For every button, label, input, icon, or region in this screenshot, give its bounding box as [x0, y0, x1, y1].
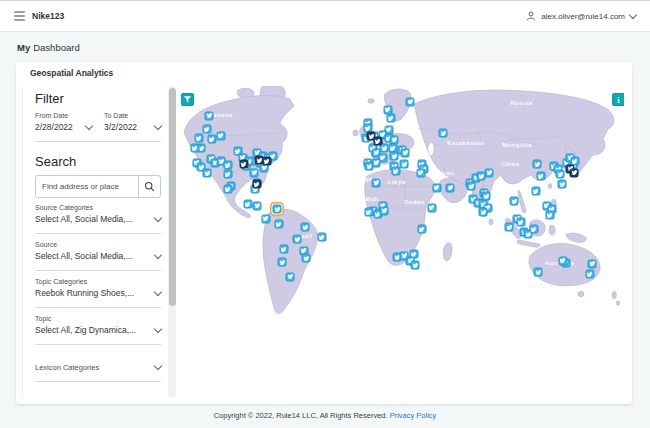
brand-name: Nike123 [32, 11, 64, 21]
map-marker[interactable] [372, 158, 381, 167]
map-marker[interactable] [558, 180, 567, 189]
map-marker[interactable] [406, 97, 415, 106]
map-marker[interactable] [482, 192, 491, 201]
twitter-bird-icon [506, 224, 512, 230]
map-filter-button[interactable] [181, 93, 194, 106]
page-title: Geospatial Analytics [30, 68, 113, 78]
map-marker[interactable] [536, 172, 545, 181]
map-info-button[interactable]: i [612, 93, 624, 106]
map-marker[interactable] [400, 251, 409, 260]
map-marker[interactable] [250, 168, 259, 177]
footer: Copyright © 2022, Rule14 LLC, All Rights… [0, 411, 650, 420]
map-marker[interactable] [202, 125, 211, 134]
geospatial-map[interactable]: CanadaRussiaKazakhstanMongoliaChinaIranL… [178, 86, 624, 396]
map-marker[interactable] [274, 220, 283, 229]
panel-scrollbar-thumb[interactable] [169, 88, 176, 306]
map-marker[interactable] [252, 180, 261, 189]
user-menu[interactable]: alex.oliver@rule14.com [526, 11, 636, 21]
map-marker[interactable] [293, 235, 302, 244]
map-marker[interactable] [243, 200, 252, 209]
map-marker[interactable] [427, 203, 436, 212]
twitter-bird-icon [204, 170, 210, 176]
map-marker[interactable] [588, 259, 597, 268]
map-marker[interactable] [223, 161, 232, 170]
map-marker[interactable] [239, 160, 248, 169]
map-marker[interactable] [216, 131, 225, 140]
map-marker[interactable] [479, 208, 488, 217]
map-marker[interactable] [205, 111, 214, 120]
map-marker[interactable] [545, 211, 554, 220]
map-marker[interactable] [556, 170, 565, 179]
lexicon-categories-label: Lexicon Categories [35, 363, 99, 372]
twitter-bird-icon [209, 136, 215, 142]
map-marker[interactable] [262, 157, 271, 166]
map-marker[interactable] [301, 223, 310, 232]
source-categories-dropdown[interactable]: Source Categories Select All, Social Med… [35, 202, 161, 234]
topic-categories-label: Topic Categories [35, 278, 161, 285]
twitter-bird-icon [264, 158, 270, 164]
to-date-label: To Date [104, 112, 161, 119]
map-marker[interactable] [411, 261, 420, 270]
map-marker[interactable] [446, 183, 455, 192]
map-marker[interactable] [390, 152, 399, 161]
map-marker[interactable] [203, 169, 212, 178]
source-dropdown[interactable]: Source Select All, Social Media,... [35, 234, 161, 271]
map-marker[interactable] [278, 258, 287, 267]
world-map [178, 86, 624, 396]
map-marker[interactable] [432, 183, 441, 192]
map-marker[interactable] [373, 137, 382, 146]
panel-scrollbar-track [168, 86, 176, 398]
map-marker[interactable] [505, 223, 514, 232]
map-marker[interactable] [401, 148, 410, 157]
map-marker[interactable] [510, 197, 519, 206]
map-marker[interactable] [194, 134, 203, 143]
map-marker[interactable] [223, 185, 232, 194]
map-marker[interactable] [585, 270, 594, 279]
breadcrumb-my: My [17, 42, 30, 53]
map-marker[interactable] [485, 168, 494, 177]
map-marker[interactable] [417, 225, 426, 234]
map-marker[interactable] [372, 178, 381, 187]
map-marker[interactable] [558, 256, 567, 265]
privacy-policy-link[interactable]: Privacy Policy [390, 411, 437, 420]
map-marker[interactable] [531, 187, 540, 196]
copyright-text: Copyright © 2022, Rule14 LLC, All Rights… [214, 411, 388, 420]
map-marker[interactable] [391, 167, 400, 176]
map-marker[interactable] [279, 245, 288, 254]
to-date-field[interactable]: To Date 3/2/2022 [104, 112, 161, 132]
map-marker[interactable] [223, 170, 232, 179]
map-marker[interactable] [416, 168, 425, 177]
map-marker[interactable] [261, 214, 270, 223]
topic-categories-dropdown[interactable]: Topic Categories Reebok Running Shoes,..… [35, 271, 161, 308]
map-marker[interactable] [302, 254, 311, 263]
lexicon-categories-dropdown[interactable]: Lexicon Categories [35, 353, 161, 382]
geospatial-analytics-card: Geospatial Analytics Filter From Date 2/… [16, 62, 632, 404]
search-button[interactable] [138, 176, 160, 197]
map-marker[interactable] [529, 225, 538, 234]
map-marker[interactable] [570, 168, 579, 177]
filter-panel: Filter From Date 2/28/2022 To Date 3/2/2… [22, 86, 164, 398]
map-marker[interactable] [467, 182, 476, 191]
map-marker[interactable] [190, 144, 199, 153]
map-marker[interactable] [317, 233, 326, 242]
map-marker[interactable] [400, 160, 409, 169]
map-marker[interactable] [534, 268, 543, 277]
search-input[interactable] [36, 176, 138, 197]
map-marker[interactable] [477, 172, 486, 181]
map-marker[interactable] [386, 114, 395, 123]
map-marker[interactable] [380, 206, 389, 215]
map-marker-highlighted[interactable] [273, 205, 282, 214]
map-marker[interactable] [439, 129, 448, 138]
source-categories-label: Source Categories [35, 204, 161, 211]
hamburger-menu-icon[interactable] [14, 11, 25, 21]
map-marker[interactable] [207, 135, 216, 144]
twitter-bird-icon [547, 212, 553, 218]
map-marker[interactable] [364, 208, 373, 217]
map-marker[interactable] [516, 218, 525, 227]
from-date-field[interactable]: From Date 2/28/2022 [35, 112, 92, 132]
topic-dropdown[interactable]: Topic Select All, Zig Dynamica,... [35, 308, 161, 345]
twitter-bird-icon [480, 209, 486, 215]
map-marker[interactable] [533, 160, 542, 169]
map-marker[interactable] [286, 272, 295, 281]
map-marker[interactable] [253, 201, 262, 210]
